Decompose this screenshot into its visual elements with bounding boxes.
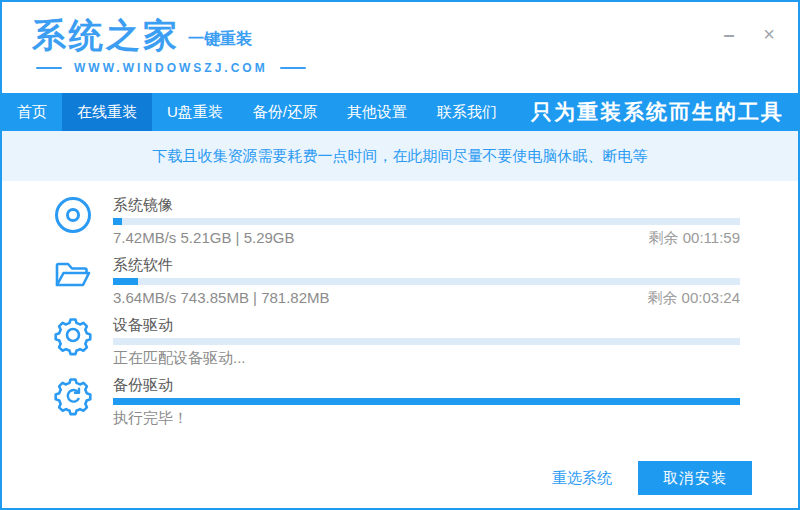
brand-subtitle: 一键重装: [188, 29, 252, 50]
task-detail: 7.42MB/s 5.21GB | 5.29GB: [113, 229, 295, 248]
task-label: 备份驱动: [113, 376, 740, 393]
slogan-text: 只为重装系统而生的工具: [531, 93, 798, 131]
progress-bar: [113, 278, 740, 285]
task-detail: 执行完毕！: [113, 409, 188, 428]
progress-fill: [113, 278, 138, 285]
brand-title: 系统之家: [32, 18, 180, 52]
header: 系统之家 一键重装 WWW.WINDOWSZJ.COM – ×: [2, 2, 798, 93]
gear-sync-icon: [52, 374, 94, 416]
task-detail: 3.64MB/s 743.85MB | 781.82MB: [113, 289, 330, 308]
nav-bar: 首页 在线重装 U盘重装 备份/还原 其他设置 联系我们 只为重装系统而生的工具: [2, 93, 798, 131]
tab-other-settings[interactable]: 其他设置: [332, 93, 422, 131]
progress-bar: [113, 218, 740, 225]
task-remaining: 剩余 00:03:24: [647, 289, 740, 308]
logo: 系统之家 一键重装 WWW.WINDOWSZJ.COM: [32, 18, 306, 75]
disc-icon: [52, 194, 94, 236]
task-label: 设备驱动: [113, 316, 740, 333]
decorative-line-left: [36, 67, 62, 69]
cancel-install-button[interactable]: 取消安装: [638, 461, 752, 495]
gear-icon: [52, 314, 94, 356]
tab-contact-us[interactable]: 联系我们: [422, 93, 512, 131]
tab-usb-reinstall[interactable]: U盘重装: [152, 93, 238, 131]
progress-fill: [113, 398, 740, 405]
decorative-line-right: [280, 67, 306, 69]
task-list: 系统镜像 7.42MB/s 5.21GB | 5.29GB 剩余 00:11:5…: [2, 181, 798, 508]
task-row-system-software: 系统软件 3.64MB/s 743.85MB | 781.82MB 剩余 00:…: [52, 253, 740, 313]
task-row-backup-driver: 备份驱动 执行完毕！: [52, 373, 740, 433]
window-controls: – ×: [718, 24, 780, 44]
website-text: WWW.WINDOWSZJ.COM: [74, 61, 268, 75]
tab-online-reinstall[interactable]: 在线重装: [62, 93, 152, 131]
task-detail: 正在匹配设备驱动...: [113, 349, 246, 368]
close-icon[interactable]: ×: [758, 24, 780, 44]
task-label: 系统软件: [113, 256, 740, 273]
reselect-system-button[interactable]: 重选系统: [552, 469, 612, 488]
tab-home[interactable]: 首页: [2, 93, 62, 131]
tab-backup-restore[interactable]: 备份/还原: [238, 93, 332, 131]
task-row-system-image: 系统镜像 7.42MB/s 5.21GB | 5.29GB 剩余 00:11:5…: [52, 193, 740, 253]
progress-fill: [113, 218, 122, 225]
footer-actions: 重选系统 取消安装: [552, 461, 752, 495]
task-row-device-driver: 设备驱动 正在匹配设备驱动...: [52, 313, 740, 373]
folder-open-icon: [52, 254, 94, 296]
progress-bar: [113, 338, 740, 345]
notice-banner: 下载且收集资源需要耗费一点时间，在此期间尽量不要使电脑休眠、断电等: [2, 131, 798, 181]
app-window: 系统之家 一键重装 WWW.WINDOWSZJ.COM – × 首页 在线重装 …: [0, 0, 800, 510]
progress-bar: [113, 398, 740, 405]
task-label: 系统镜像: [113, 196, 740, 213]
minimize-icon[interactable]: –: [718, 24, 740, 44]
task-remaining: 剩余 00:11:59: [649, 229, 740, 248]
